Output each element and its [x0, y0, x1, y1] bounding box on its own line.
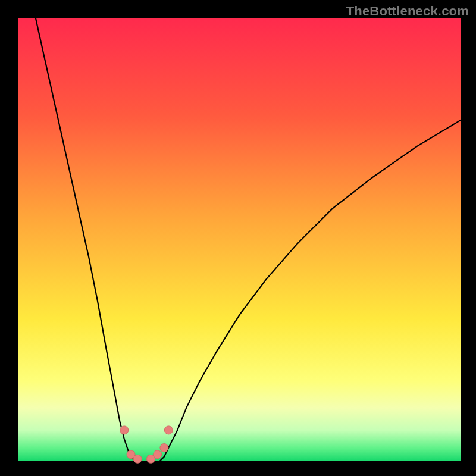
curve-marker: [133, 455, 142, 463]
curve-marker: [154, 450, 162, 459]
bottleneck-curve: [36, 18, 461, 461]
marker-group: [120, 426, 173, 463]
curve-marker: [160, 444, 168, 452]
watermark-text: TheBottleneck.com: [346, 4, 469, 19]
curve-marker: [120, 426, 129, 434]
chart-frame: TheBottleneck.com: [0, 0, 476, 476]
chart-svg: [18, 18, 461, 461]
curve-marker: [164, 426, 173, 434]
